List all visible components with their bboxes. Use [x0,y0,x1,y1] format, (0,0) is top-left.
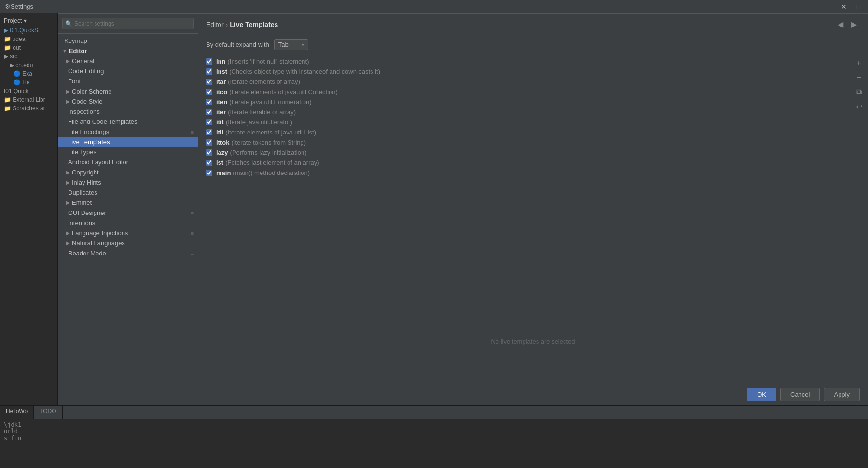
template-checkbox-itit[interactable] [206,119,212,125]
badge: ≡ [191,210,194,216]
template-abbr: itli [216,129,223,136]
project-item[interactable]: 📁 out [0,43,57,52]
template-checkbox-itco[interactable] [206,89,212,95]
project-item[interactable]: t01.Quick [0,87,57,95]
sidebar-item-file-types[interactable]: File Types [58,147,198,157]
template-checkbox-main[interactable] [206,170,212,176]
sidebar-item-copyright[interactable]: ▶ Copyright ≡ [58,167,198,177]
project-item[interactable]: 📁 .idea [0,35,57,43]
badge: ≡ [191,251,194,256]
revert-template-button[interactable]: ↩ [852,100,866,113]
template-item-lazy[interactable]: lazy (Performs lazy initialization) [198,147,850,158]
nav-back-button[interactable]: ◀ [835,19,846,30]
close-button[interactable]: ✕ [838,2,850,12]
template-item-itar[interactable]: itar (Iterate elements of array) [198,77,850,87]
template-item-itli[interactable]: itli (Iterate elements of java.util.List… [198,127,850,137]
template-checkbox-iten[interactable] [206,99,212,105]
sidebar-item-editor[interactable]: ▼ Editor [58,46,198,56]
sidebar-item-reader-mode[interactable]: Reader Mode ≡ [58,248,198,258]
sidebar-tree: Keymap ▼ Editor ▶ General [58,34,198,405]
ok-button[interactable]: OK [747,388,776,401]
template-desc: (Fetches last element of an array) [225,159,319,166]
project-item[interactable]: 📁 External Libr [0,95,57,104]
bottom-tabs: HelloWo TODO [0,406,868,419]
template-checkbox-ittok[interactable] [206,139,212,146]
copy-template-button[interactable]: ⧉ [852,85,866,99]
maximize-button[interactable]: □ [854,2,863,12]
sidebar-item-label: Editor [69,47,87,54]
project-item[interactable]: ▶ t01.QuickSt [0,26,57,35]
sidebar-item-keymap[interactable]: Keymap [58,36,198,46]
nav-forward-button[interactable]: ▶ [848,19,860,30]
cancel-button[interactable]: Cancel [780,388,820,401]
project-item[interactable]: 📁 Scratches ar [0,104,57,113]
template-checkbox-lst[interactable] [206,160,212,166]
sidebar-item-label: Duplicates [68,189,97,196]
project-item[interactable]: ▶ src [0,52,57,61]
sidebar-item-inspections[interactable]: Inspections ≡ [58,107,198,117]
bottom-line-2: orld [4,428,864,435]
sidebar-item-code-editing[interactable]: Code Editing [58,66,198,76]
sidebar-item-duplicates[interactable]: Duplicates [58,187,198,198]
template-checkbox-iter[interactable] [206,109,212,115]
expand-select[interactable]: Tab Enter Space [274,39,308,50]
template-checkbox-inst[interactable] [206,68,212,75]
sidebar-item-file-encodings[interactable]: File Encodings ≡ [58,127,198,137]
sidebar-item-android-layout-editor[interactable]: Android Layout Editor [58,157,198,167]
template-item-main[interactable]: main (main() method declaration) [198,168,850,178]
sidebar-item-live-templates[interactable]: Live Templates [58,137,198,147]
sidebar-item-natural-languages[interactable]: ▶ Natural Languages [58,238,198,248]
expand-arrow: ▶ [66,89,70,94]
template-item-iter[interactable]: iter (Iterate Iterable or array) [198,107,850,117]
template-checkbox-itar[interactable] [206,79,212,85]
breadcrumb-separator: › [226,21,228,28]
badge: ≡ [191,170,194,175]
template-item-iten[interactable]: iten (Iterate java.util.Enumeration) [198,97,850,107]
title-bar-title: Settings [11,3,33,10]
content-header: Editor › Live Templates ◀ ▶ [198,14,868,35]
settings-content: Editor › Live Templates ◀ ▶ By default e… [198,14,868,405]
sidebar-search-input[interactable] [62,18,194,29]
project-item[interactable]: 🔵 He [0,78,57,87]
sidebar-item-file-code-templates[interactable]: File and Code Templates [58,117,198,127]
template-desc: (Iterate java.util.Iterator) [226,119,292,126]
sidebar-item-code-style[interactable]: ▶ Code Style [58,96,198,107]
sidebar-item-emmet[interactable]: ▶ Emmet [58,198,198,208]
sidebar-item-general[interactable]: ▶ General [58,56,198,66]
sidebar-item-label: Font [68,78,81,85]
sidebar-item-color-scheme[interactable]: ▶ Color Scheme [58,86,198,96]
remove-template-button[interactable]: − [852,71,866,84]
sidebar-item-language-injections[interactable]: ▶ Language Injections ≡ [58,228,198,238]
template-item-ittok[interactable]: ittok (Iterate tokens from String) [198,137,850,147]
template-item-itit[interactable]: itit (Iterate java.util.Iterator) [198,117,850,127]
sidebar-item-label: Language Injections [72,229,128,237]
sidebar-item-inlay-hints[interactable]: ▶ Inlay Hints ≡ [58,177,198,187]
template-checkbox-inn[interactable] [206,58,212,65]
template-abbr: iten [216,98,227,106]
expand-label: By default expand with [206,41,269,48]
templates-list: inn (Inserts 'if not null' statement) in… [198,54,850,384]
apply-button[interactable]: Apply [824,388,860,401]
project-item[interactable]: ▶ cn.edu [0,61,57,69]
template-desc: (Inserts 'if not null' statement) [228,58,309,65]
badge: ≡ [191,109,194,115]
template-item-inst[interactable]: inst (Checks object type with instanceof… [198,67,850,77]
template-item-lst[interactable]: lst (Fetches last element of an array) [198,158,850,168]
expand-arrow: ▶ [66,58,70,64]
template-item-itco[interactable]: itco (Iterate elements of java.util.Coll… [198,87,850,97]
template-item-inn[interactable]: inn (Inserts 'if not null' statement) [198,56,850,67]
template-desc: (Iterate elements of java.util.Collectio… [229,88,338,95]
sidebar-item-font[interactable]: Font [58,76,198,86]
bottom-tab-todo[interactable]: TODO [34,406,62,419]
project-item[interactable]: 🔵 Exa [0,69,57,78]
template-checkbox-itli[interactable] [206,129,212,135]
template-abbr: lst [216,159,223,166]
template-checkbox-lazy[interactable] [206,149,212,156]
sidebar-item-gui-designer[interactable]: GUI Designer ≡ [58,208,198,218]
template-desc: (Checks object type with instanceof and … [229,68,380,75]
bottom-tab-hellowo[interactable]: HelloWo [0,406,34,419]
sidebar-item-label: Keymap [64,37,87,44]
sidebar-item-intentions[interactable]: Intentions [58,218,198,228]
project-header[interactable]: Project ▾ [0,15,57,26]
add-template-button[interactable]: + [852,56,866,70]
